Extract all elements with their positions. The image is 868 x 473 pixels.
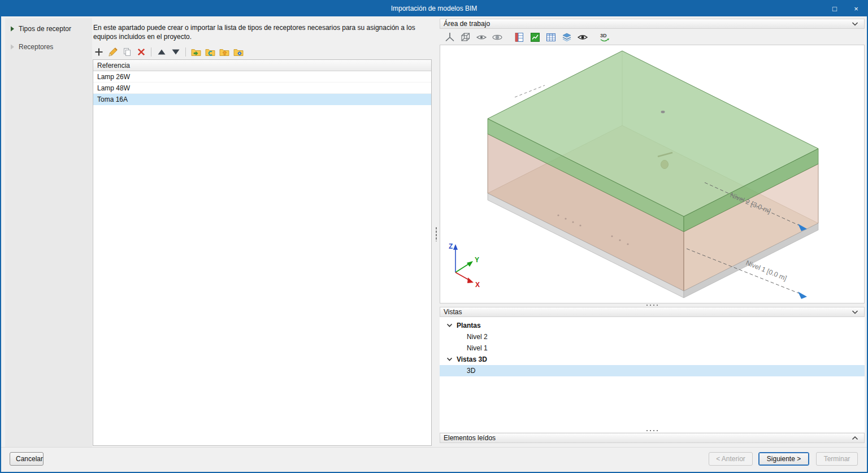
folder-library-button[interactable] bbox=[204, 46, 216, 58]
isometric-view-button[interactable] bbox=[442, 31, 457, 44]
pencil-icon bbox=[108, 47, 118, 57]
orbit-icon bbox=[492, 32, 503, 43]
duplicate-button[interactable] bbox=[121, 46, 133, 58]
view-eye-icon bbox=[476, 32, 487, 43]
chevron-up-icon[interactable] bbox=[851, 436, 859, 441]
elementos-leidos-header[interactable]: Elementos leídos bbox=[440, 433, 865, 443]
plot-view-icon bbox=[530, 32, 541, 43]
wizard-steps-sidebar: Tipos de receptor Receptores bbox=[5, 18, 92, 449]
move-down-button[interactable] bbox=[170, 46, 181, 58]
workspace-resize-handle[interactable] bbox=[645, 303, 660, 306]
triangle-down-icon bbox=[171, 48, 180, 56]
plus-icon bbox=[94, 47, 103, 57]
cancel-button[interactable]: Cancelar bbox=[10, 452, 44, 466]
tree-item-nivel-1[interactable]: Nivel 1 bbox=[440, 342, 865, 354]
tree-group-plantas[interactable]: Plantas bbox=[440, 320, 865, 331]
cube-view-button[interactable] bbox=[458, 31, 472, 44]
add-button[interactable] bbox=[93, 46, 105, 58]
chevron-down-icon[interactable] bbox=[851, 310, 859, 315]
table-row[interactable]: Lamp 48W bbox=[93, 83, 431, 94]
current-step-arrow-icon bbox=[10, 26, 15, 32]
section-view-button[interactable] bbox=[512, 31, 526, 44]
eye-icon bbox=[577, 32, 588, 43]
handle-grip-icon bbox=[645, 429, 660, 432]
svg-text:3D: 3D bbox=[600, 33, 607, 38]
move-up-button[interactable] bbox=[155, 46, 167, 58]
isometric-axes-icon bbox=[444, 32, 455, 43]
next-button[interactable]: Siguiente > bbox=[758, 452, 809, 466]
tree-item-label: 3D bbox=[467, 367, 475, 375]
chevron-down-icon[interactable] bbox=[446, 323, 453, 328]
sidebar-item-label: Tipos de receptor bbox=[19, 25, 71, 33]
layers-button[interactable] bbox=[559, 31, 574, 44]
tree-item-3d[interactable]: 3D bbox=[440, 365, 865, 376]
layers-icon bbox=[561, 32, 572, 43]
section-title: Elementos leídos bbox=[444, 434, 496, 442]
delete-x-icon bbox=[137, 47, 146, 57]
z-axis-label: Z bbox=[449, 242, 453, 250]
window-title: Importación de modelos BIM bbox=[1, 5, 867, 12]
orbit-view-button[interactable] bbox=[490, 31, 504, 44]
tree-item-nivel-2[interactable]: Nivel 2 bbox=[440, 331, 865, 342]
rotate-3d-button[interactable]: 3D bbox=[597, 31, 611, 44]
bim-import-dialog: Importación de modelos BIM □ × Tipos de … bbox=[0, 0, 868, 473]
tree-group-label: Plantas bbox=[457, 322, 481, 329]
tree-group-label: Vistas 3D bbox=[457, 355, 487, 363]
plot-view-button[interactable] bbox=[528, 31, 542, 44]
rotate-3d-icon: 3D bbox=[598, 32, 611, 43]
bim-model-3d: Nivel 2 [3.0 m] Nivel 1 [0.0 m] Z Y X bbox=[440, 45, 864, 303]
table-view-button[interactable] bbox=[544, 31, 558, 44]
folder-import-button[interactable] bbox=[190, 46, 202, 58]
footer: Cancelar < Anterior Siguiente > Terminar bbox=[1, 447, 867, 472]
table-row-selected[interactable]: Toma 16A bbox=[93, 94, 431, 105]
x-axis-label: X bbox=[475, 281, 480, 289]
view-toolbar: 3D bbox=[442, 30, 611, 44]
toolbar-separator bbox=[151, 47, 151, 57]
maximize-button[interactable]: □ bbox=[824, 1, 845, 16]
chevron-down-icon[interactable] bbox=[446, 357, 453, 362]
triangle-up-icon bbox=[157, 48, 166, 56]
folder-gear-icon bbox=[233, 47, 244, 57]
copy-icon bbox=[123, 47, 132, 57]
window-controls: □ × bbox=[824, 1, 867, 16]
axis-triad: Z Y X bbox=[449, 242, 480, 289]
table-row[interactable]: Lamp 26W bbox=[93, 71, 431, 83]
visibility-button[interactable] bbox=[575, 31, 589, 44]
viewport-3d[interactable]: Nivel 2 [3.0 m] Nivel 1 [0.0 m] Z Y X bbox=[440, 45, 865, 303]
edit-button[interactable] bbox=[107, 46, 119, 58]
views-tree: Plantas Nivel 2 Nivel 1 Vistas 3D 3D bbox=[440, 317, 865, 432]
folder-export-icon bbox=[219, 47, 229, 57]
receptor-table: Referencia Lamp 26W Lamp 48W Toma 16A bbox=[93, 59, 432, 446]
section-title: Área de trabajo bbox=[444, 20, 490, 28]
sidebar-item-tipos-de-receptor[interactable]: Tipos de receptor bbox=[5, 21, 92, 36]
table-header-referencia: Referencia bbox=[93, 60, 431, 71]
toolbar-separator bbox=[185, 47, 186, 57]
view-eye-button[interactable] bbox=[474, 31, 488, 44]
cube-icon bbox=[460, 32, 471, 43]
tree-item-label: Nivel 2 bbox=[467, 333, 488, 341]
tree-group-vistas-3d[interactable]: Vistas 3D bbox=[440, 354, 865, 365]
titlebar: Importación de modelos BIM □ × bbox=[1, 1, 867, 16]
vertical-splitter[interactable] bbox=[433, 18, 440, 449]
sidebar-item-label: Receptores bbox=[19, 43, 53, 51]
sidebar-item-receptores[interactable]: Receptores bbox=[5, 40, 92, 54]
vistas-resize-handle[interactable] bbox=[645, 429, 660, 432]
previous-button: < Anterior bbox=[709, 452, 753, 466]
folder-export-button[interactable] bbox=[218, 46, 230, 58]
chevron-down-icon[interactable] bbox=[851, 21, 859, 27]
pending-step-icon bbox=[10, 44, 15, 50]
delete-button[interactable] bbox=[135, 46, 147, 58]
finish-button: Terminar bbox=[816, 452, 858, 466]
vistas-header[interactable]: Vistas bbox=[440, 307, 865, 317]
folder-import-icon bbox=[191, 47, 201, 57]
level-1-label: Nivel 1 [0.0 m] bbox=[745, 259, 788, 283]
close-button[interactable]: × bbox=[845, 1, 867, 16]
section-description: En este apartado puede crear o importar … bbox=[93, 23, 439, 41]
section-title: Vistas bbox=[444, 308, 462, 316]
folder-library-icon bbox=[205, 47, 215, 57]
splitter-grip-icon bbox=[435, 227, 437, 241]
folder-config-button[interactable] bbox=[232, 46, 244, 58]
section-view-icon bbox=[514, 32, 525, 43]
area-de-trabajo-header[interactable]: Área de trabajo bbox=[440, 19, 865, 29]
handle-grip-icon bbox=[645, 304, 660, 306]
